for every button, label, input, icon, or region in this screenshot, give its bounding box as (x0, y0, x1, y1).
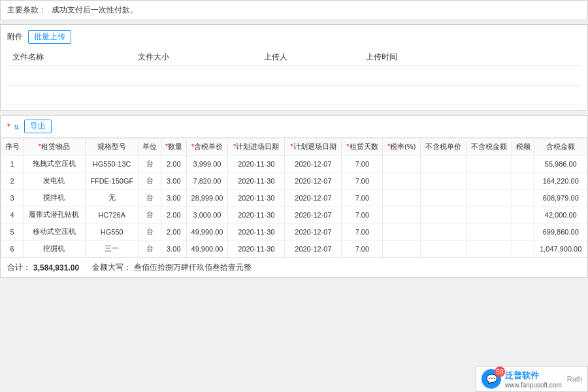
sort-icon[interactable]: ⇅ (14, 123, 19, 131)
cell-unit_price_tax: 7,820.00 (186, 172, 228, 189)
cell-qty: 3.00 (161, 240, 186, 257)
footer-amount: 金额大写： 叁佰伍拾捌万肆仟玖佰叁拾壹元整 (92, 262, 252, 273)
col-filesize: 文件大小 (133, 49, 258, 66)
cell-plan_start: 2020-11-30 (228, 172, 285, 189)
cell-unit_price_notax (420, 189, 466, 206)
cell-seq: 4 (1, 206, 24, 223)
th-amount-notax: 不含税金额 (466, 139, 512, 155)
cell-qty: 2.00 (161, 206, 186, 223)
cell-tax (512, 189, 534, 206)
rental-row-1: 1拖拽式空压机HG550-13C台2.003,999.002020-11-302… (1, 155, 587, 172)
cell-plan_start: 2020-11-30 (228, 189, 285, 206)
cell-unit_price_tax: 49,900.00 (186, 240, 228, 257)
attachment-header: 附件 批量上传 (7, 30, 581, 44)
rental-table-wrapper[interactable]: 序号 *租赁物品 规格型号 单位 *数量 *含税单价 *计划进场日期 *计划退场… (1, 138, 587, 257)
rath-label: Rath (567, 375, 582, 383)
terms-label: 主要条款： (7, 5, 46, 16)
total-value: 3,584,931.00 (33, 263, 79, 272)
batch-upload-button[interactable]: 批量上传 (28, 30, 71, 44)
rental-table-header-row: 序号 *租赁物品 规格型号 单位 *数量 *含税单价 *计划进场日期 *计划退场… (1, 139, 587, 155)
rental-section: * ⇅ 导出 序号 *租赁物品 规格型号 单位 *数量 *含税单价 *计划进场日… (0, 115, 588, 278)
cell-amount_tax: 1,047,900.00 (534, 240, 587, 257)
badge-count: 59 (495, 367, 505, 377)
watermark-text: 泛普软件 www.fanpusoft.com (505, 370, 562, 389)
cell-rental_days: 7.00 (342, 189, 383, 206)
cell-tax_rate (383, 155, 421, 172)
cell-seq: 2 (1, 172, 24, 189)
cell-tax_rate (383, 172, 421, 189)
th-model: 规格型号 (85, 139, 139, 155)
th-plan-start: *计划进场日期 (228, 139, 285, 155)
cell-model: HG550-13C (85, 155, 139, 172)
rental-row-2: 2发电机FFDE-150GF台3.007,820.002020-11-30202… (1, 172, 587, 189)
cell-unit: 台 (139, 206, 161, 223)
cell-plan_end: 2020-12-07 (285, 172, 342, 189)
cell-unit: 台 (139, 155, 161, 172)
cell-tax (512, 240, 534, 257)
attachment-empty-row (7, 66, 581, 86)
cell-model: HC726A (85, 206, 139, 223)
col-action1 (487, 49, 518, 66)
brand-name: 泛普软件 (505, 370, 562, 382)
cell-rental_days: 7.00 (342, 172, 383, 189)
attachment-empty-row2 (7, 86, 581, 105)
cell-plan_end: 2020-12-07 (285, 155, 342, 172)
rental-row-6: 6挖掘机三一台3.0049,900.002020-11-302020-12-07… (1, 240, 587, 257)
cell-unit_price_notax (420, 223, 466, 240)
watermark[interactable]: 💬 59 泛普软件 www.fanpusoft.com Rath (476, 366, 588, 392)
cell-plan_end: 2020-12-07 (285, 189, 342, 206)
th-plan-end: *计划退场日期 (285, 139, 342, 155)
cell-unit_price_tax: 28,999.00 (186, 189, 228, 206)
th-qty: *数量 (161, 139, 186, 155)
th-unit-price-tax: *含税单价 (186, 139, 228, 155)
cell-rental_days: 7.00 (342, 223, 383, 240)
cell-unit_price_notax (420, 240, 466, 257)
rental-title: * ⇅ (7, 122, 19, 131)
col-uploader: 上传人 (259, 49, 361, 66)
attachment-title: 附件 (7, 31, 23, 42)
cell-amount_tax: 699,860.00 (534, 223, 587, 240)
rental-row-4: 4履带式潜孔钻机HC726A台2.003,000.002020-11-30202… (1, 206, 587, 223)
attachment-section: 附件 批量上传 文件名称 文件大小 上传人 上传时间 (0, 24, 588, 111)
rental-row-5: 5移动式空压机HG550台2.0049,990.002020-11-302020… (1, 223, 587, 240)
cell-unit_price_tax: 3,999.00 (186, 155, 228, 172)
amount-label: 金额大写： (92, 262, 131, 273)
cell-tax (512, 206, 534, 223)
cell-rental_days: 7.00 (342, 206, 383, 223)
export-button[interactable]: 导出 (24, 120, 52, 133)
rental-row-3: 3搅拌机无台3.0028,999.002020-11-302020-12-077… (1, 189, 587, 206)
cell-amount_tax: 608,979.00 (534, 189, 587, 206)
rental-footer: 合计： 3,584,931.00 金额大写： 叁佰伍拾捌万肆仟玖佰叁拾壹元整 (1, 257, 587, 277)
cell-amount_notax (466, 240, 512, 257)
cell-unit: 台 (139, 240, 161, 257)
cell-tax_rate (383, 223, 421, 240)
col-upload-time: 上传时间 (361, 49, 486, 66)
total-label: 合计： (7, 262, 31, 273)
cell-amount_notax (466, 206, 512, 223)
cell-tax (512, 223, 534, 240)
cell-seq: 6 (1, 240, 24, 257)
cell-amount_tax: 42,000.00 (534, 206, 587, 223)
brand-url: www.fanpusoft.com (505, 382, 562, 389)
cell-unit: 台 (139, 172, 161, 189)
brand-icon: 💬 59 (482, 369, 501, 389)
cell-unit: 台 (139, 223, 161, 240)
cell-item: 挖掘机 (24, 240, 85, 257)
cell-model: 三一 (85, 240, 139, 257)
th-tax: 税额 (512, 139, 534, 155)
cell-rental_days: 7.00 (342, 155, 383, 172)
cell-unit_price_notax (420, 206, 466, 223)
cell-item: 履带式潜孔钻机 (24, 206, 85, 223)
cell-unit_price_tax: 49,990.00 (186, 223, 228, 240)
th-tax-rate: *税率(%) (383, 139, 421, 155)
cell-amount_notax (466, 223, 512, 240)
cell-plan_end: 2020-12-07 (285, 223, 342, 240)
amount-value: 叁佰伍拾捌万肆仟玖佰叁拾壹元整 (134, 262, 252, 273)
cell-tax_rate (383, 206, 421, 223)
cell-plan_start: 2020-11-30 (228, 206, 285, 223)
chat-icon: 💬 (486, 374, 497, 384)
cell-qty: 3.00 (161, 189, 186, 206)
th-amount-tax: 含税金额 (534, 139, 587, 155)
col-action3 (549, 49, 581, 66)
cell-unit_price_notax (420, 172, 466, 189)
